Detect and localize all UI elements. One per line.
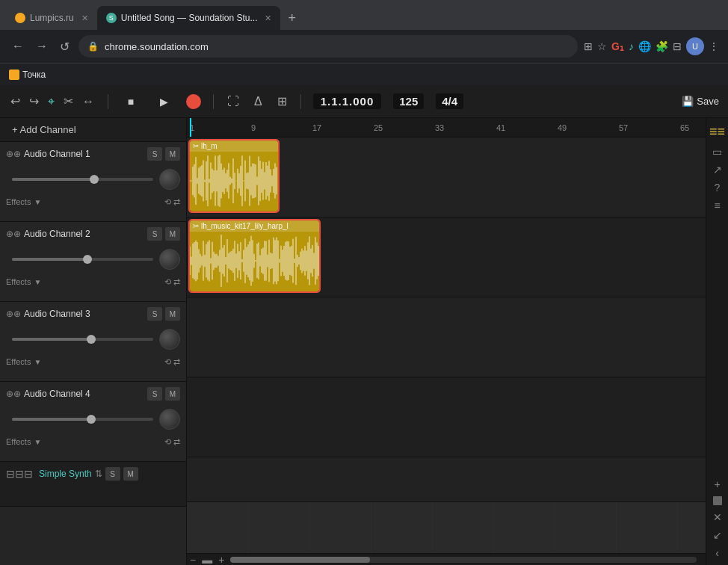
tab-soundation-close[interactable]: ✕: [265, 13, 271, 23]
channel-2-name: Audio Channel 2: [24, 229, 144, 239]
clip-2-scissors-icon: ✂: [193, 222, 199, 230]
right-question-icon[interactable]: ?: [715, 182, 721, 194]
channel-1-midi-btn[interactable]: ⟲ ⇄: [164, 197, 180, 207]
tab-soundation[interactable]: S Untitled Song — Soundation Stu... ✕: [97, 6, 281, 30]
zoom-plus[interactable]: +: [218, 554, 224, 566]
tab-lumpics[interactable]: Lumpics.ru ✕: [6, 6, 97, 30]
ext-icon1[interactable]: G₁: [611, 40, 624, 52]
channel-1-knob[interactable]: [159, 169, 180, 190]
scissors-button[interactable]: ✂: [62, 93, 75, 110]
track-lane-4[interactable]: [187, 377, 706, 457]
magnet-button[interactable]: ⌖: [46, 93, 56, 110]
right-close-icon[interactable]: ✕: [713, 511, 722, 523]
address-bar[interactable]: 🔒 chrome.soundation.com: [78, 35, 578, 58]
ext-icon3[interactable]: 🌐: [638, 40, 651, 52]
right-list-icon[interactable]: ≡: [714, 200, 720, 212]
clip-1-header: ✂ lh_m: [190, 141, 278, 152]
daw-toolbar: ↩ ↪ ⌖ ✂ ↔ ■ ▶ ⛶ Δ ⊞ 1.1.1.000 125 4/4 💾 …: [0, 85, 728, 118]
undo-button[interactable]: ↩: [9, 93, 22, 110]
right-chevron-icon[interactable]: ‹: [715, 547, 719, 559]
swap-button[interactable]: ↔: [81, 93, 96, 110]
channel-2-midi-btn[interactable]: ⟲ ⇄: [164, 277, 180, 287]
bookmark-tochka[interactable]: Точка: [9, 70, 46, 80]
right-scroll-thumb[interactable]: [713, 496, 722, 505]
screen-button[interactable]: ⛶: [226, 93, 241, 110]
channel-4-slider[interactable]: [12, 418, 153, 421]
channel-4-s-button[interactable]: S: [147, 387, 162, 401]
star-icon[interactable]: ☆: [597, 40, 607, 52]
ext-icon4[interactable]: 🧩: [655, 40, 668, 52]
channel-2-effects-dropdown[interactable]: ▼: [34, 278, 41, 286]
channel-row-4: ⊕⊕ Audio Channel 4 S M Effects: [0, 382, 186, 462]
synth-swap-icon[interactable]: ⇅: [95, 469, 102, 479]
track-lane-5[interactable]: [187, 457, 706, 502]
channel-1-m-button[interactable]: M: [165, 147, 180, 161]
track-lane-1[interactable]: ✂ lh_m: [187, 138, 706, 217]
channel-row-2: ⊕⊕ Audio Channel 2 S M Effects: [0, 222, 186, 302]
redo-button[interactable]: ↪: [28, 93, 40, 110]
clip-1-waveform: [190, 152, 278, 210]
record-button[interactable]: [186, 94, 201, 109]
channel-3-midi-btn[interactable]: ⟲ ⇄: [164, 357, 180, 367]
user-avatar[interactable]: U: [686, 37, 704, 55]
channel-3-knob[interactable]: [159, 329, 180, 350]
channel-2-slider[interactable]: [12, 258, 153, 261]
channel-2-effects: Effects ▼ ⟲ ⇄: [0, 273, 186, 291]
right-arrow-icon[interactable]: ↗: [713, 164, 722, 176]
bpm-display[interactable]: 125: [393, 93, 424, 109]
channel-3-slider[interactable]: [12, 338, 153, 341]
playhead[interactable]: [190, 118, 191, 138]
save-button[interactable]: 💾 Save: [682, 96, 719, 107]
right-browser-icon[interactable]: ≡≡: [709, 124, 725, 140]
tab-lumpics-close[interactable]: ✕: [81, 13, 88, 23]
back-button[interactable]: ←: [9, 38, 27, 55]
track-lane-2[interactable]: ✂ lh_music_kit17_lily_harp_l: [187, 217, 706, 297]
zoom-minus[interactable]: −: [190, 554, 196, 566]
track-lane-3[interactable]: [187, 297, 706, 377]
horizontal-scrollbar[interactable]: [230, 557, 697, 563]
synth-name: Simple Synth: [39, 469, 92, 479]
add-channel-button[interactable]: + Add Channel: [0, 118, 186, 142]
channel-row-synth: ⊟⊟⊟ Simple Synth ⇅ S M: [0, 462, 186, 507]
right-expand-icon[interactable]: ↙: [713, 529, 722, 541]
right-plus-icon[interactable]: +: [714, 478, 720, 490]
menu-icon[interactable]: ⋮: [709, 40, 719, 52]
channel-2-knob[interactable]: [159, 249, 180, 270]
synth-header: ⊟⊟⊟ Simple Synth ⇅ S M: [0, 462, 186, 486]
channel-1-slider[interactable]: [12, 178, 153, 181]
channel-4-name: Audio Channel 4: [24, 389, 144, 399]
right-folder-icon[interactable]: ▭: [712, 146, 722, 158]
channel-3-m-button[interactable]: M: [165, 307, 180, 321]
channel-1-effects-dropdown[interactable]: ▼: [34, 198, 41, 206]
channel-1-name: Audio Channel 1: [24, 149, 144, 159]
channel-4-knob[interactable]: [159, 409, 180, 430]
synth-s-button[interactable]: S: [105, 467, 120, 481]
save-icon: 💾: [682, 96, 694, 107]
piano-button[interactable]: ⊞: [276, 93, 289, 110]
channel-4-effects-dropdown[interactable]: ▼: [34, 438, 41, 446]
play-button[interactable]: ▶: [153, 91, 174, 112]
translate-icon[interactable]: ⊞: [584, 40, 593, 52]
scrollbar-thumb[interactable]: [230, 557, 370, 563]
channel-2-s-button[interactable]: S: [147, 227, 162, 241]
forward-button[interactable]: →: [33, 38, 51, 55]
ext-icon5[interactable]: ⊟: [673, 40, 682, 52]
stop-button[interactable]: ■: [120, 91, 141, 112]
channel-2-controls: [0, 246, 186, 273]
channel-2-icon: ⊕⊕: [6, 229, 21, 239]
synth-m-button[interactable]: M: [123, 467, 138, 481]
channel-4-m-button[interactable]: M: [165, 387, 180, 401]
new-tab-button[interactable]: +: [280, 10, 303, 26]
audio-clip-2[interactable]: ✂ lh_music_kit17_lily_harp_l: [190, 220, 319, 291]
ext-icon2[interactable]: ♪: [629, 40, 634, 52]
audio-clip-1[interactable]: ✂ lh_m: [190, 141, 278, 212]
tune-button[interactable]: Δ: [253, 93, 264, 110]
channel-3-name: Audio Channel 3: [24, 309, 144, 319]
channel-3-s-button[interactable]: S: [147, 307, 162, 321]
refresh-button[interactable]: ↺: [57, 38, 73, 55]
channel-2-m-button[interactable]: M: [165, 227, 180, 241]
time-sig-display[interactable]: 4/4: [436, 93, 463, 109]
channel-3-effects-dropdown[interactable]: ▼: [34, 358, 41, 366]
channel-4-midi-btn[interactable]: ⟲ ⇄: [164, 437, 180, 447]
channel-1-s-button[interactable]: S: [147, 147, 162, 161]
